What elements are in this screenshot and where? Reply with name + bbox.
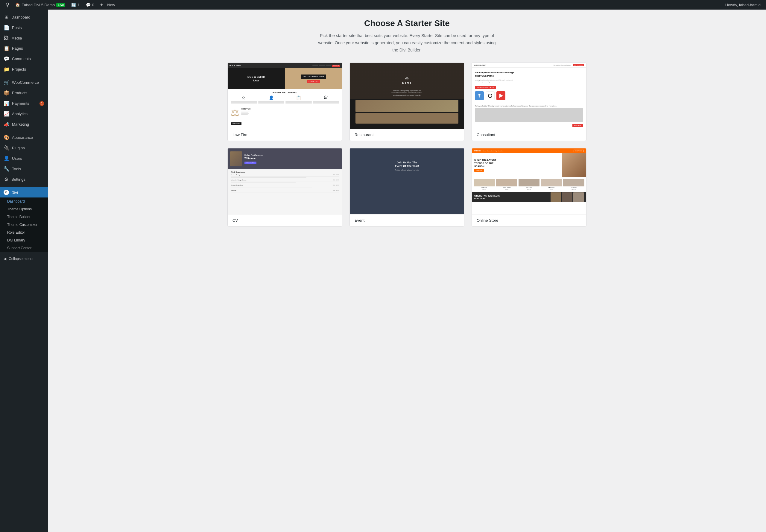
comments-icon: 💬 bbox=[86, 3, 91, 7]
starter-site-cv[interactable]: Hello, I'm CameronWilliamson DOWNLOAD CV… bbox=[227, 148, 342, 227]
sidebar-item-role-editor[interactable]: Role Editor bbox=[0, 229, 48, 236]
sidebar-item-label: Analytics bbox=[12, 112, 28, 116]
sidebar-item-label: Tools bbox=[12, 167, 21, 171]
support-center-label: Support Center bbox=[7, 246, 31, 250]
sidebar-item-marketing[interactable]: 📣 Marketing bbox=[0, 119, 48, 130]
sidebar-item-divi-library[interactable]: Divi Library bbox=[0, 236, 48, 244]
sidebar-item-label: Appearance bbox=[12, 135, 33, 140]
consultant-label: Consultant bbox=[472, 129, 586, 141]
sidebar-item-label: Divi bbox=[11, 190, 18, 195]
sidebar-item-woocommerce[interactable]: 🛒 WooCommerce bbox=[0, 77, 48, 88]
projects-icon: 📁 bbox=[4, 66, 10, 72]
wp-logo-icon: ⚲ bbox=[5, 1, 9, 8]
sidebar-item-projects[interactable]: 📁 Projects bbox=[0, 64, 48, 75]
sidebar-item-label: Posts bbox=[12, 25, 22, 30]
cv-label: CV bbox=[228, 214, 342, 226]
posts-icon: 📄 bbox=[4, 25, 10, 31]
live-badge: Live bbox=[56, 3, 65, 7]
analytics-icon: 📈 bbox=[4, 111, 10, 117]
law-firm-preview: DOE & SMITH CONTACT DOE & SMITHLAW bbox=[228, 63, 342, 129]
sidebar-item-label: Marketing bbox=[12, 122, 29, 127]
wp-logo-item[interactable]: ⚲ bbox=[2, 0, 12, 10]
main-content: Choose A Starter Site Pick the starter s… bbox=[48, 10, 766, 532]
appearance-icon: 🎨 bbox=[4, 135, 10, 140]
comments-item[interactable]: 💬 0 bbox=[83, 0, 97, 10]
sidebar-item-divi-dashboard[interactable]: Dashboard bbox=[0, 197, 48, 205]
starter-site-restaurant[interactable]: D DIVI An award-winning dining experienc… bbox=[349, 63, 464, 141]
consultant-preview: CONSULTANT Home About Services Contact G… bbox=[472, 63, 586, 129]
sidebar-item-label: Plugins bbox=[12, 146, 25, 150]
comment-count: 0 bbox=[92, 3, 94, 7]
sidebar-item-label: Settings bbox=[11, 177, 25, 182]
theme-customizer-label: Theme Customizer bbox=[7, 223, 37, 227]
update-item[interactable]: 🔄 1 bbox=[68, 0, 83, 10]
divi-submenu: Dashboard Theme Options Theme Builder Th… bbox=[0, 197, 48, 252]
sidebar-item-label: Users bbox=[12, 156, 22, 161]
update-count: 1 bbox=[77, 3, 80, 7]
sidebar-item-label: WooCommerce bbox=[12, 80, 39, 85]
site-name-item[interactable]: 🏠 Fahad Divi 5 Demo Live bbox=[12, 0, 68, 10]
sidebar-item-theme-options[interactable]: Theme Options bbox=[0, 205, 48, 213]
howdy-text: Howdy, fahad-hamid bbox=[725, 3, 761, 7]
pages-icon: 📋 bbox=[4, 45, 10, 51]
role-editor-label: Role Editor bbox=[7, 230, 25, 235]
admin-bar: ⚲ 🏠 Fahad Divi 5 Demo Live 🔄 1 💬 0 + + N… bbox=[0, 0, 766, 10]
settings-icon: ⚙ bbox=[4, 177, 9, 182]
site-name: Fahad Divi 5 Demo bbox=[22, 3, 55, 7]
woocommerce-icon: 🛒 bbox=[4, 80, 10, 85]
starter-site-event[interactable]: D Home About Schedule Contact Join Us Fo… bbox=[349, 148, 464, 227]
starter-site-online-store[interactable]: FASHION Home Shop About Blog TrendNow ▾ … bbox=[472, 148, 586, 227]
sidebar-item-products[interactable]: 📦 Products bbox=[0, 88, 48, 98]
sidebar-item-label: Products bbox=[12, 91, 27, 95]
sidebar-item-label: Dashboard bbox=[11, 15, 31, 19]
law-firm-label: Law Firm bbox=[228, 129, 342, 141]
sidebar-item-payments[interactable]: 📊 Payments 1 bbox=[0, 98, 48, 109]
sidebar-item-pages[interactable]: 📋 Pages bbox=[0, 43, 48, 54]
plugins-icon: 🔌 bbox=[4, 145, 10, 151]
tools-icon: 🔧 bbox=[4, 166, 10, 172]
update-icon: 🔄 bbox=[71, 3, 76, 7]
event-preview: D Home About Schedule Contact Join Us Fo… bbox=[350, 148, 464, 214]
admin-menu: ⊞ Dashboard 📄 Posts 🖼 Media 📋 Pages 💬 Co… bbox=[0, 10, 48, 532]
sidebar-item-label: Media bbox=[11, 36, 22, 40]
new-label: + New bbox=[104, 3, 115, 7]
sidebar-item-divi[interactable]: D Divi bbox=[0, 187, 48, 197]
restaurant-label: Restaurant bbox=[350, 129, 464, 141]
cv-preview: Hello, I'm CameronWilliamson DOWNLOAD CV… bbox=[228, 148, 342, 214]
sidebar-item-tools[interactable]: 🔧 Tools bbox=[0, 164, 48, 174]
payments-badge: 1 bbox=[39, 101, 44, 106]
sidebar-item-settings[interactable]: ⚙ Settings bbox=[0, 174, 48, 185]
payments-icon: 📊 bbox=[4, 101, 10, 106]
event-label: Event bbox=[350, 214, 464, 226]
sidebar-item-media[interactable]: 🖼 Media bbox=[0, 33, 48, 43]
starter-site-consultant[interactable]: CONSULTANT Home About Services Contact G… bbox=[472, 63, 586, 141]
starter-sites-grid: DOE & SMITH CONTACT DOE & SMITHLAW bbox=[227, 63, 586, 227]
products-icon: 📦 bbox=[4, 90, 10, 96]
restaurant-preview: D DIVI An award-winning dining experienc… bbox=[350, 63, 464, 129]
divi-dashboard-label: Dashboard bbox=[7, 199, 25, 203]
page-description: Pick the starter site that best suits yo… bbox=[317, 32, 497, 54]
online-store-preview: FASHION Home Shop About Blog TrendNow ▾ … bbox=[472, 148, 586, 214]
new-content-item[interactable]: + + New bbox=[97, 0, 118, 10]
sidebar-item-theme-customizer[interactable]: Theme Customizer bbox=[0, 221, 48, 229]
plus-icon: + bbox=[100, 2, 103, 7]
sidebar-item-comments[interactable]: 💬 Comments bbox=[0, 54, 48, 64]
divi-icon: D bbox=[4, 190, 9, 195]
sidebar-item-appearance[interactable]: 🎨 Appearance bbox=[0, 132, 48, 143]
starter-site-law-firm[interactable]: DOE & SMITH CONTACT DOE & SMITHLAW bbox=[227, 63, 342, 141]
sidebar-item-analytics[interactable]: 📈 Analytics bbox=[0, 109, 48, 119]
page-header: Choose A Starter Site Pick the starter s… bbox=[60, 19, 754, 54]
collapse-menu-button[interactable]: ◀ Collapse menu bbox=[0, 254, 48, 263]
home-icon: 🏠 bbox=[15, 3, 20, 7]
page-title: Choose A Starter Site bbox=[60, 19, 754, 28]
sidebar-item-users[interactable]: 👤 Users bbox=[0, 153, 48, 164]
sidebar-item-label: Projects bbox=[12, 67, 26, 72]
dashboard-icon: ⊞ bbox=[4, 14, 9, 20]
media-icon: 🖼 bbox=[4, 35, 9, 41]
sidebar-item-support-center[interactable]: Support Center bbox=[0, 244, 48, 252]
sidebar-item-theme-builder[interactable]: Theme Builder bbox=[0, 213, 48, 221]
sidebar-item-posts[interactable]: 📄 Posts bbox=[0, 22, 48, 33]
marketing-icon: 📣 bbox=[4, 121, 10, 127]
sidebar-item-plugins[interactable]: 🔌 Plugins bbox=[0, 143, 48, 153]
sidebar-item-dashboard[interactable]: ⊞ Dashboard bbox=[0, 12, 48, 22]
